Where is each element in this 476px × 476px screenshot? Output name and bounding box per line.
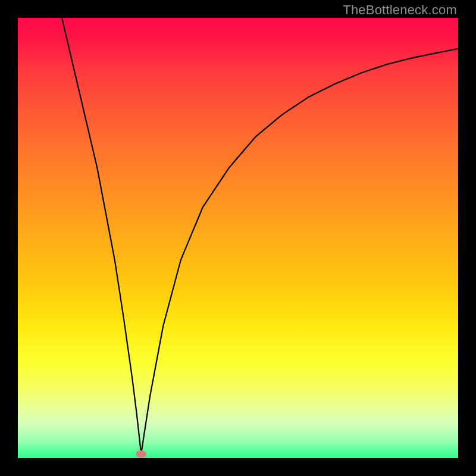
curve-path <box>62 18 458 454</box>
curve-svg <box>18 18 458 458</box>
chart-frame: TheBottleneck.com <box>0 0 476 476</box>
minimum-marker <box>136 450 146 458</box>
plot-area <box>18 18 458 458</box>
watermark-text: TheBottleneck.com <box>343 2 457 18</box>
